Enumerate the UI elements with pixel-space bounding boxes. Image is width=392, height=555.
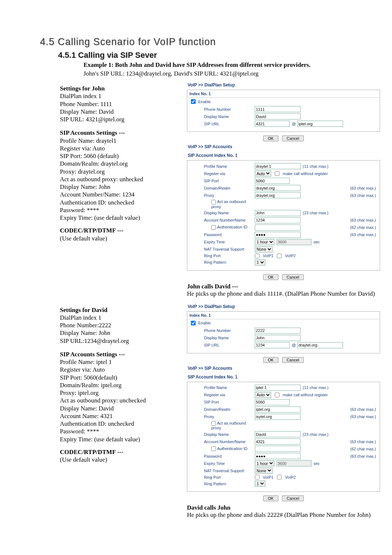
- john-line: Phone Number: 1111: [60, 100, 183, 108]
- voip2-label: VoIP2: [285, 475, 295, 479]
- enable-checkbox[interactable]: [191, 99, 196, 104]
- hint-23: (23 char max.): [303, 211, 328, 215]
- voip2-checkbox[interactable]: [277, 254, 282, 258]
- sec-label: sec: [314, 461, 320, 466]
- david-sip-line: Profile Name: iptel 1: [60, 358, 183, 366]
- display-name-input[interactable]: [255, 335, 301, 341]
- make-call-checkbox[interactable]: [275, 171, 279, 176]
- display-name-input[interactable]: [255, 210, 301, 216]
- act-outbound-checkbox[interactable]: [211, 200, 216, 204]
- sip-port-input[interactable]: [255, 399, 290, 405]
- voip1-checkbox[interactable]: [255, 475, 260, 479]
- john-sip-line: Proxy: draytel.org: [60, 168, 183, 175]
- ring-port-label: Ring Port: [204, 254, 255, 258]
- david-sip-line: Domain/Realm: iptel.org: [60, 381, 183, 389]
- auth-id-checkbox[interactable]: [211, 225, 216, 230]
- auth-id-input[interactable]: [255, 446, 301, 452]
- auth-id-label: Authentication ID: [217, 446, 248, 451]
- act-outbound-label: Act as outbound proxy: [211, 421, 246, 430]
- phone-number-input[interactable]: [255, 328, 301, 334]
- password-label: Password: [204, 232, 255, 237]
- john-codec-line: (Use default value): [60, 235, 183, 242]
- hint-63: (63 char max.): [350, 232, 376, 237]
- auth-id-checkbox[interactable]: [211, 446, 216, 451]
- voip-sip-accounts-title: VoIP >> SIP Accounts: [188, 366, 380, 371]
- proxy-input[interactable]: [255, 192, 301, 198]
- voip2-label: VoIP2: [285, 254, 295, 258]
- phone-number-label: Phone Number: [204, 107, 255, 112]
- hint-62: (62 char max.): [350, 225, 376, 230]
- ok-button[interactable]: OK: [263, 135, 278, 141]
- david-calls-body: He picks up the phone and dials 2222# (D…: [187, 511, 371, 518]
- david-settings-head: Settings for David: [60, 306, 183, 314]
- sip-url-domain-input[interactable]: [297, 342, 343, 348]
- ok-button[interactable]: OK: [263, 357, 278, 363]
- register-via-label: Register via: [204, 393, 255, 397]
- sip-account-index: SIP Account Index No. 1: [188, 153, 380, 158]
- cancel-button[interactable]: Cancel: [282, 135, 304, 141]
- display-name-input[interactable]: [255, 113, 301, 119]
- profile-name-input[interactable]: [255, 163, 301, 169]
- hint-11: (11 char max.): [303, 385, 328, 390]
- account-number-input[interactable]: [255, 438, 301, 445]
- ok-button[interactable]: OK: [263, 495, 278, 501]
- enable-checkbox[interactable]: [191, 321, 196, 325]
- sip-account-index: SIP Account Index No. 1: [188, 374, 380, 380]
- profile-name-input[interactable]: [255, 385, 301, 391]
- ring-port-label: Ring Port: [204, 475, 255, 479]
- hint-63: (63 char max.): [350, 218, 376, 222]
- john-sip-line: Expiry Time: (use default value): [60, 214, 183, 222]
- nat-select[interactable]: None: [255, 246, 273, 252]
- phone-number-label: Phone Number: [204, 328, 255, 333]
- auth-id-input[interactable]: [255, 224, 301, 231]
- make-call-checkbox[interactable]: [275, 393, 279, 397]
- ring-pattern-label: Ring Pattern: [204, 482, 255, 486]
- subsection-title: 4.5.1 Calling via SIP Sever: [58, 50, 367, 60]
- domain-realm-input[interactable]: [255, 185, 301, 191]
- proxy-input[interactable]: [255, 414, 301, 420]
- display-name-input[interactable]: [255, 431, 301, 437]
- account-number-label: Account Number/Name: [204, 218, 255, 222]
- hint-63: (63 char max.): [350, 414, 376, 419]
- david-sip-line: Account Name: 4321: [60, 412, 183, 420]
- make-call-label: make call without register: [283, 171, 328, 176]
- david-sip-line: Authentication ID: unchecked: [60, 420, 183, 428]
- cancel-button[interactable]: Cancel: [282, 495, 304, 501]
- john-sip-line: Display Name: John: [60, 183, 183, 191]
- nat-trav-label: NAT Traversal Support: [204, 247, 255, 251]
- register-via-select[interactable]: Auto: [255, 170, 271, 177]
- sip-url-user-input[interactable]: [255, 121, 290, 127]
- password-input[interactable]: [255, 453, 301, 459]
- expiry-select[interactable]: 1 hour: [255, 239, 274, 245]
- voip1-label: VoIP1: [263, 475, 273, 479]
- john-sip-line: Password: ****: [60, 206, 183, 214]
- nat-select[interactable]: None: [255, 467, 273, 474]
- voip2-checkbox[interactable]: [277, 475, 282, 479]
- password-input[interactable]: [255, 232, 301, 238]
- ring-pattern-select[interactable]: 1: [255, 481, 265, 487]
- display-name-label: Display Name: [204, 114, 255, 119]
- john-sip-line: Account Number/Name: 1234: [60, 191, 183, 198]
- john-codec-head: CODEC/RTP/DTMF ---: [60, 227, 183, 234]
- expiry-select[interactable]: 1 hour: [255, 460, 274, 466]
- cancel-button[interactable]: Cancel: [282, 274, 304, 280]
- register-via-select[interactable]: Auto: [255, 392, 271, 398]
- domain-realm-label: Domain/Realm: [204, 407, 255, 412]
- domain-realm-input[interactable]: [255, 406, 301, 413]
- act-outbound-checkbox[interactable]: [211, 421, 216, 426]
- make-call-label: make call without register: [283, 393, 328, 397]
- ring-pattern-select[interactable]: 1: [255, 259, 265, 266]
- ok-button[interactable]: OK: [263, 274, 278, 280]
- display-name-label: Display Name: [204, 432, 255, 437]
- cancel-button[interactable]: Cancel: [282, 357, 304, 363]
- david-sip-line: Display Name: David: [60, 405, 183, 412]
- sip-port-input[interactable]: [255, 178, 290, 184]
- enable-label: Enable: [198, 100, 211, 104]
- sip-url-user-input[interactable]: [255, 342, 290, 348]
- voip1-checkbox[interactable]: [255, 254, 260, 258]
- account-number-input[interactable]: [255, 217, 301, 223]
- phone-number-input[interactable]: [255, 106, 301, 112]
- act-outbound-label: Act as outbound proxy: [211, 199, 246, 209]
- profile-name-label: Profile Name: [204, 164, 255, 169]
- sip-url-domain-input[interactable]: [297, 121, 343, 127]
